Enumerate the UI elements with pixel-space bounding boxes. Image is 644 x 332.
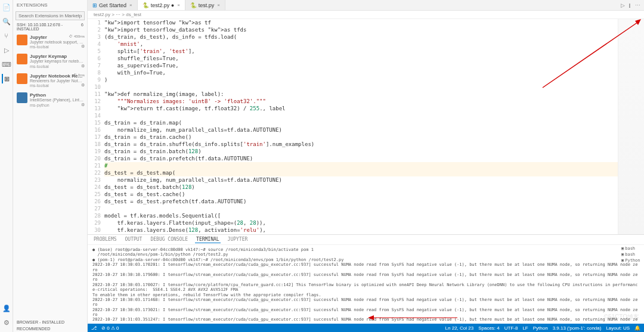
status-item[interactable]: UTF-8	[504, 325, 518, 331]
terminal-session[interactable]: ▣ bash	[620, 252, 644, 257]
explorer-icon[interactable]: 📄	[2, 2, 11, 12]
code-line[interactable]: """Normalizes images: 'uint8' -> 'float3…	[104, 98, 644, 105]
extension-item[interactable]: Jupyter Notebook Renderers Renderers for…	[13, 71, 87, 90]
code-line[interactable]	[104, 83, 644, 91]
extension-desc: Renderers for Jupyter Notebooks (w...	[30, 79, 83, 83]
sidebar-title: EXTENSIONS	[13, 0, 87, 10]
code-line[interactable]: (ds_train, ds_test), ds_info = tfds.load…	[104, 33, 644, 41]
extension-desc: Jupyter notebook support, interacti...	[30, 40, 83, 45]
terminal-line: To enable them in other operations, rebu…	[92, 293, 639, 297]
terminal-tab[interactable]: TERMINAL	[195, 236, 221, 243]
terminal-line: 2022-10-27 10:30:03.170201: I tensorflow…	[92, 262, 639, 272]
status-bar: ⎇⊘ 0 ⚠ 0 Ln 22, Col 23Spaces: 4UTF-8LFPy…	[88, 324, 644, 332]
extension-gear-icon[interactable]: ⚙	[81, 44, 85, 49]
code-line[interactable]: split=['train', 'test'],	[104, 48, 644, 55]
extension-gear-icon[interactable]: ⚙	[81, 83, 85, 88]
extension-icon	[17, 73, 27, 84]
terminal-tab[interactable]: JUPYTER	[227, 236, 249, 243]
breadcrumb[interactable]: test2.py > ⋯ > ds_test	[88, 11, 644, 19]
code-line[interactable]: ds_test = ds_test.map(	[104, 169, 644, 176]
code-line[interactable]: normalize_img, num_parallel_calls=tf.dat…	[104, 176, 644, 184]
remote-icon[interactable]: ⌨	[2, 60, 11, 69]
editor-tab[interactable]: 🐍test2.py ●×	[138, 0, 185, 10]
python-icon: 🐍	[143, 2, 149, 8]
code-line[interactable]: "kw">return tf.cast(image, tf.float32) /…	[104, 105, 644, 112]
account-icon[interactable]: 👤	[2, 303, 11, 313]
code-line[interactable]: ds_test = ds_test.batch(128)	[104, 184, 644, 191]
terminal-tab[interactable]: OUTPUT	[124, 236, 144, 243]
extension-desc: Jupyter keymaps for notebooks	[30, 59, 83, 64]
terminal-line: 2022-10-27 10:30:03.173021: I tensorflow…	[92, 308, 639, 318]
scm-icon[interactable]: ⑂	[2, 31, 11, 41]
minimap[interactable]	[618, 19, 644, 234]
extension-item[interactable]: Python IntelliSense (Pylance), Linting, …	[13, 90, 87, 109]
python-icon: ▣	[621, 258, 624, 263]
extension-gear-icon[interactable]: ⚙	[81, 103, 85, 107]
extensions-search-input[interactable]	[16, 11, 85, 20]
code-line[interactable]: "kw">import tensorflow_datasets "kw">as …	[104, 26, 644, 33]
status-item[interactable]: ⎇	[91, 325, 97, 331]
code-line[interactable]: with_info=True,	[104, 69, 644, 76]
code-line[interactable]: )	[104, 76, 644, 83]
code-line[interactable]: model = tf.keras.models.Sequential([	[104, 212, 644, 219]
terminal-output[interactable]: ● (base) root@prada-server-04cc80d00 vk1…	[88, 245, 644, 324]
status-item[interactable]: 3.9.13 ('pom-1': conda)	[553, 325, 602, 331]
code-line[interactable]: ds_train = ds_train.shuffle(ds_info.spli…	[104, 141, 644, 148]
search-icon[interactable]: 🔍	[2, 17, 11, 26]
extension-item[interactable]: Jupyter Keymap Jupyter keymaps for noteb…	[13, 51, 87, 70]
gear-icon[interactable]: ⚙	[2, 318, 11, 327]
code-editor[interactable]: 1234567891011121314151617181920212223242…	[88, 19, 644, 234]
installed-section[interactable]: SSH: 10.10.100.12:678 - INSTALLED6	[13, 21, 87, 32]
code-line[interactable]: shuffle_files=True,	[104, 55, 644, 62]
code-line[interactable]: as_supervised=True,	[104, 62, 644, 69]
code-line[interactable]: "kw">def normalize_img(image, label):	[104, 91, 644, 98]
run-icon[interactable]: ▷	[621, 2, 625, 8]
terminal-session[interactable]: ▣ bash	[620, 246, 644, 252]
close-icon[interactable]: ×	[177, 2, 180, 8]
terminal-line: 2022-10-27 10:30:10.179600: I tensorflow…	[92, 272, 639, 283]
extension-gear-icon[interactable]: ⚙	[81, 64, 85, 69]
status-item[interactable]: Ln 22, Col 23	[445, 325, 474, 331]
status-item[interactable]: Spaces: 4	[478, 325, 500, 331]
extension-item[interactable]: Jupyter Jupyter notebook support, intera…	[13, 32, 87, 51]
extension-publisher: ms-python	[30, 103, 83, 107]
code-line[interactable]: ds_test = ds_test.prefetch(tf.data.AUTOT…	[104, 198, 644, 205]
close-icon[interactable]: ×	[129, 2, 132, 8]
code-line[interactable]: ds_test = ds_test.cache()	[104, 191, 644, 198]
bash-icon: ▣	[621, 246, 624, 251]
code-line[interactable]: tf.keras.layers.Flatten(input_shape=(28,…	[104, 219, 644, 226]
code-line[interactable]: "kw">import tensorflow "kw">as tf	[104, 19, 644, 26]
code-line[interactable]	[104, 205, 644, 212]
editor-tab[interactable]: ⊞Get Started×	[88, 0, 138, 10]
editor-tab[interactable]: 🐍test.py×	[185, 0, 225, 10]
terminal-line: ● (pom-1) root@prada-server-04cc80d00 vk…	[92, 257, 639, 262]
code-line[interactable]: normalize_img, num_parallel_calls=tf.dat…	[104, 126, 644, 134]
extension-desc: IntelliSense (Pylance), Linting, Debu...	[30, 98, 83, 103]
code-line[interactable]: tf.keras.layers.Dense(128, activation='r…	[104, 226, 644, 234]
code-line[interactable]: ds_train = ds_train.prefetch(tf.data.AUT…	[104, 155, 644, 162]
extensions-icon[interactable]: ⊞	[2, 74, 11, 83]
terminal-line: /root/miniconda/envs/pom-1/bin/python /r…	[92, 252, 639, 257]
status-item[interactable]: 🔔	[634, 325, 640, 331]
code-line[interactable]: ds_train = ds_train.cache()	[104, 134, 644, 141]
close-icon[interactable]: ×	[217, 2, 220, 8]
run-debug-icon[interactable]: ▷	[2, 45, 11, 55]
code-line[interactable]: ds_train = ds_train.batch(128)	[104, 148, 644, 155]
more-icon[interactable]: ⋯	[635, 2, 640, 8]
extension-name: Python	[30, 92, 83, 98]
status-item[interactable]: Python	[533, 325, 548, 331]
status-item[interactable]: LF	[522, 325, 528, 331]
split-editor-icon[interactable]: ⫿	[628, 2, 631, 8]
terminal-line: ● (base) root@prada-server-04cc80d00 vk1…	[92, 247, 639, 252]
code-line[interactable]: ds_train = ds_train.map(	[104, 119, 644, 126]
terminal-session[interactable]: ▣ Python	[620, 257, 644, 263]
terminal-tab[interactable]: PROBLEMS	[92, 236, 118, 243]
code-line[interactable]	[104, 112, 644, 119]
code-line[interactable]: #	[104, 162, 644, 169]
browser-installed-section[interactable]: BROWSER - INSTALLED	[13, 319, 87, 325]
code-line[interactable]: 'mnist',	[104, 41, 644, 48]
terminal-tab[interactable]: DEBUG CONSOLE	[149, 236, 189, 243]
recommended-section[interactable]: RECOMMENDED	[13, 325, 87, 332]
status-item[interactable]: Layout: US	[606, 325, 630, 331]
status-item[interactable]: ⊘ 0 ⚠ 0	[101, 325, 119, 331]
